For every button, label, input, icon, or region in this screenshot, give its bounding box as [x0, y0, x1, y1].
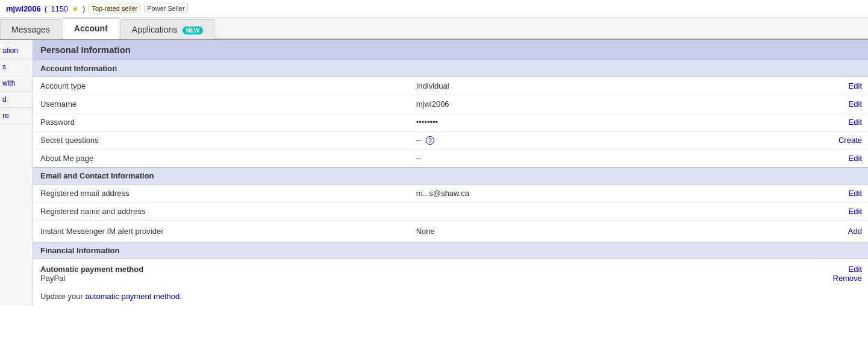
update-payment-text: Update your automatic payment method.: [33, 287, 868, 306]
table-row: Secret questions -- ? Create: [33, 131, 868, 150]
table-row: About Me page -- Edit: [33, 150, 868, 168]
payment-actions: Edit Remove: [826, 259, 868, 287]
username-value: mjwl2006: [409, 95, 831, 113]
email-contact-header: Email and Contact Information: [33, 167, 868, 184]
feedback-count: (: [45, 4, 47, 13]
tabs-bar: Messages Account Applications NEW: [0, 17, 868, 40]
payment-edit-action[interactable]: Edit: [833, 265, 862, 274]
sidebar-item-0[interactable]: ation: [0, 43, 33, 59]
username-link[interactable]: mjwl2006: [6, 4, 41, 13]
table-row: Instant Messenger IM alert provider None…: [33, 221, 868, 242]
main-content: ation s with d re Personal Information A…: [0, 40, 868, 306]
email-action[interactable]: Edit: [832, 184, 868, 203]
im-value: None: [409, 221, 832, 242]
payment-empty: [409, 259, 826, 287]
table-row: Registered name and address Edit: [33, 203, 868, 221]
username-action[interactable]: Edit: [831, 95, 868, 113]
email-value: m...s@shaw.ca: [409, 184, 832, 203]
email-label: Registered email address: [33, 184, 409, 203]
address-label: Registered name and address: [33, 203, 409, 221]
top-bar: mjwl2006 ( 1150 ★ ) Top-rated seller Pow…: [0, 0, 868, 17]
account-type-label: Account type: [33, 77, 409, 95]
password-action[interactable]: Edit: [831, 113, 868, 131]
financial-table: Automatic payment method PayPal Edit Rem…: [33, 259, 868, 287]
new-badge: NEW: [183, 27, 202, 34]
table-row: Account type Individual Edit: [33, 77, 868, 95]
power-seller-badge: Power Seller: [144, 4, 187, 13]
account-information-header: Account Information: [33, 60, 868, 77]
password-value: ••••••••: [409, 113, 831, 131]
sidebar: ation s with d re: [0, 40, 33, 306]
tab-messages[interactable]: Messages: [0, 19, 61, 39]
sidebar-item-1[interactable]: s: [0, 59, 33, 75]
update-payment-link[interactable]: automatic payment method: [85, 292, 180, 301]
secret-questions-value: -- ?: [409, 131, 831, 150]
address-value: [409, 203, 832, 221]
im-action[interactable]: Add: [832, 221, 868, 242]
personal-information-header: Personal Information: [33, 40, 868, 60]
im-label: Instant Messenger IM alert provider: [33, 221, 409, 242]
tab-applications[interactable]: Applications NEW: [120, 19, 214, 39]
table-row: Username mjwl2006 Edit: [33, 95, 868, 113]
account-information-table: Account type Individual Edit Username mj…: [33, 77, 868, 167]
payment-method-label: Automatic payment method: [40, 265, 402, 274]
table-row: Automatic payment method PayPal Edit Rem…: [33, 259, 868, 287]
content-area: Personal Information Account Information…: [33, 40, 868, 306]
password-label: Password: [33, 113, 409, 131]
account-type-action[interactable]: Edit: [831, 77, 868, 95]
about-me-action[interactable]: Edit: [831, 150, 868, 168]
about-me-label: About Me page: [33, 150, 409, 168]
help-icon[interactable]: ?: [426, 136, 434, 145]
sidebar-item-3[interactable]: d: [0, 92, 33, 108]
username-label: Username: [33, 95, 409, 113]
payment-method-value: PayPal: [40, 274, 402, 283]
secret-questions-action[interactable]: Create: [831, 131, 868, 150]
star-icon: ★: [72, 4, 79, 13]
secret-questions-label: Secret questions: [33, 131, 409, 150]
email-contact-table: Registered email address m...s@shaw.ca E…: [33, 184, 868, 242]
top-rated-badge: Top-rated seller: [89, 4, 140, 13]
tab-account[interactable]: Account: [63, 18, 119, 39]
sidebar-item-4[interactable]: re: [0, 108, 33, 124]
payment-remove-action[interactable]: Remove: [833, 274, 862, 283]
table-row: Registered email address m...s@shaw.ca E…: [33, 184, 868, 203]
table-row: Password •••••••• Edit: [33, 113, 868, 131]
feedback-number: 1150: [51, 4, 68, 13]
address-action[interactable]: Edit: [832, 203, 868, 221]
account-type-value: Individual: [409, 77, 831, 95]
sidebar-item-2[interactable]: with: [0, 75, 33, 92]
payment-method-container: Automatic payment method PayPal: [33, 259, 409, 287]
financial-information-header: Financial Information: [33, 242, 868, 259]
about-me-value: --: [409, 150, 831, 168]
